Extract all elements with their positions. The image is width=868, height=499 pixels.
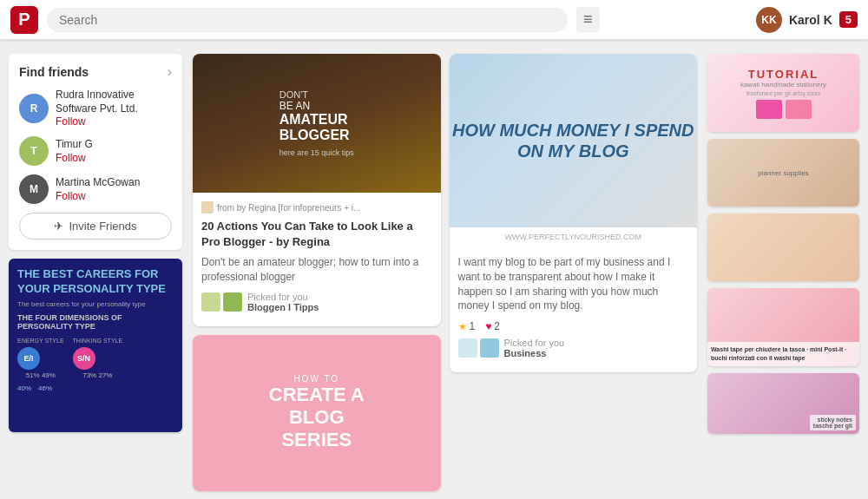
tutorial-sub: kawaii handmade stationery [740,81,826,89]
series: SERIES [269,429,365,451]
pin-card-blog-series: HOW TO CREATE A BLOG SERIES [193,335,441,491]
notification-badge[interactable]: 5 [839,11,858,28]
rc-card-2[interactable]: planner supplies [707,139,859,207]
friend-item-1: R Rudra Innovative Software Pvt. Ltd. Fo… [19,89,172,128]
blogger-pin-image[interactable]: DON'T BE AN AMATEUR BLOGGER here are 15 … [193,54,441,193]
washi-overlay-text: Washi tape per chiudere la tasca · mini … [707,342,859,366]
amateur-text: AMATEUR [279,112,354,128]
rc-image-2: planner supplies [707,139,859,207]
hamburger-icon: ≡ [583,10,593,29]
pin-card-blogger: DON'T BE AN AMATEUR BLOGGER here are 15 … [193,54,441,326]
personality-small-text: The best careers for your personality ty… [17,300,174,308]
source-icon [201,201,214,213]
pin-card-money: HOW MUCH MONEY I SPEND ON MY BLOG WWW.PE… [450,54,698,372]
personality-card[interactable]: THE BEST CAREERS FOR YOUR PERSONALITY TY… [9,259,182,432]
stat-thinking: THINKING STYLE S/N 73% 27% [73,338,123,379]
tutorial-thumbs [756,100,812,119]
search-input[interactable] [59,13,556,27]
tutorial-label: TUTORIAL [748,68,819,81]
personality-subtitle: THE FOUR DIMENSIONS OF PERSONALITY TYPE [17,313,174,331]
pinterest-logo[interactable]: P [10,6,38,34]
picked-label-blogger: Picked for you [247,292,319,302]
friend-avatar-2: T [19,136,49,166]
sticky-notes-image: sticky notestasche per gli [707,373,859,434]
header: P ≡ KK Karol K 5 [0,0,868,40]
pin-source-blogger: from by Regina [for infopreneurs + i... [201,201,432,213]
friend-name-3: Martina McGowan [56,176,140,190]
tips-text: here are 15 quick tips [279,148,354,157]
pin-desc-blogger: Don't be an amateur blogger; how to turn… [201,255,432,285]
invite-friends-button[interactable]: ✈ Invite Friends [19,213,172,240]
star-icon: ★ [458,321,467,332]
thumb-1 [201,292,220,312]
follow-link-2[interactable]: Follow [56,152,93,164]
pin-body-blogger: from by Regina [for infopreneurs + i... … [193,193,441,326]
rc-label-3 [780,244,787,251]
notebook-thumb-1 [756,100,782,119]
tutorial-card[interactable]: TUTORIAL kawaii handmade stationery tras… [707,54,859,132]
friend-item-2: T Timur G Follow [19,136,172,166]
blog-series-image[interactable]: HOW TO CREATE A BLOG SERIES [193,335,441,491]
pin-desc-money: I want my blog to be part of my business… [458,255,689,313]
blogger-main-text: BLOGGER [279,128,354,143]
blog-series-text: HOW TO CREATE A BLOG SERIES [269,374,365,451]
money-pin-image[interactable]: HOW MUCH MONEY I SPEND ON MY BLOG [450,54,698,227]
invite-label: Invite Friends [69,220,136,233]
pin-body-money: I want my blog to be part of my business… [450,246,698,372]
repins-count: 2 [494,320,500,332]
washi-image: Washi tape per chiudere la tasca · mini … [707,288,859,366]
personality-bottom-stats: 40% 46% [17,384,174,392]
invite-icon: ✈ [54,220,63,233]
find-friends-header: Find friends › [19,64,172,80]
user-name: Karol K [789,13,832,27]
ei-circle: E/I [17,347,40,370]
avatar[interactable]: KK [756,7,782,33]
rc-label-2: planner supplies [754,166,812,181]
pins-area: DON'T BE AN AMATEUR BLOGGER here are 15 … [193,54,697,491]
find-friends-arrow[interactable]: › [168,64,172,80]
tutorial-sub2: trasforare per gli artsy tools [746,90,820,96]
board-money: Business [504,348,565,358]
be-an-text: BE AN [279,100,354,112]
personality-card-content: THE BEST CAREERS FOR YOUR PERSONALITY TY… [9,259,182,401]
main-content: Find friends › R Rudra Innovative Softwa… [0,40,868,499]
pin-meta-money: Picked for you Business [458,338,689,358]
rc-image-3 [707,213,859,281]
friend-info-2: Timur G Follow [56,138,93,164]
star-engagement[interactable]: ★ 1 [458,320,476,332]
dont-text: DON'T [279,89,354,100]
menu-icon[interactable]: ≡ [576,7,600,32]
follow-link-1[interactable]: Follow [56,115,172,128]
friend-item-3: M Martina McGowan Follow [19,174,172,204]
picked-blogger: Picked for you Bloggen I Tipps [247,292,319,312]
money-url: WWW.PERFECTLYNOURISHED.COM [450,227,698,246]
sticky-notes-card[interactable]: sticky notestasche per gli [707,373,859,434]
search-bar[interactable] [47,8,568,32]
header-right: KK Karol K 5 [756,7,858,33]
right-column: TUTORIAL kawaii handmade stationery tras… [707,54,859,491]
pin-title-blogger[interactable]: 20 Actions You Can Take to Look Like a P… [201,219,432,250]
friend-avatar-1: R [19,94,49,123]
friend-info-3: Martina McGowan Follow [56,176,140,202]
how-to: HOW TO [269,374,365,384]
stat-40: 40% [17,384,31,392]
blogger-image-text: DON'T BE AN AMATEUR BLOGGER here are 15 … [279,89,354,157]
repin-engagement[interactable]: ♥ 2 [485,320,500,332]
rc-card-3[interactable] [707,213,859,281]
follow-link-3[interactable]: Follow [56,190,140,202]
pin-meta-blogger: Picked for you Bloggen I Tipps [201,292,432,312]
likes-count: 1 [470,320,476,332]
washi-tape-card[interactable]: Washi tape per chiudere la tasca · mini … [707,288,859,366]
pin-engagement: ★ 1 ♥ 2 [458,320,689,332]
personality-stats: ENERGY STYLE E/I 51% 49% THINKING STYLE … [17,338,174,379]
picked-money: Picked for you Business [504,338,565,358]
picked-label-money: Picked for you [504,338,565,348]
tutorial-image: TUTORIAL kawaii handmade stationery tras… [707,54,859,132]
sn-circle: S/N [73,347,95,370]
thumb-2 [223,292,242,312]
logo-p: P [18,10,30,30]
board-blogger: Bloggen I Tipps [247,302,319,312]
find-friends-card: Find friends › R Rudra Innovative Softwa… [9,54,182,250]
money-text: HOW MUCH MONEY I SPEND ON MY BLOG [450,120,698,161]
source-text: from by Regina [for infopreneurs + i... [217,203,360,213]
